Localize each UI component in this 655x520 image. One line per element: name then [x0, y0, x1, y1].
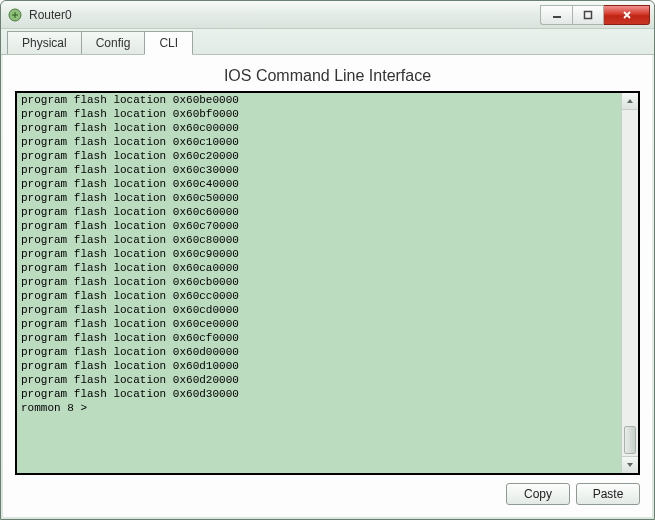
scroll-up-button[interactable]	[622, 93, 638, 110]
terminal-line: program flash location 0x60cd0000	[21, 303, 617, 317]
tab-cli[interactable]: CLI	[144, 31, 193, 55]
terminal-line: program flash location 0x60ce0000	[21, 317, 617, 331]
window-controls	[540, 5, 650, 25]
close-button[interactable]	[604, 5, 650, 25]
terminal-line: program flash location 0x60cc0000	[21, 289, 617, 303]
scroll-down-button[interactable]	[622, 456, 638, 473]
titlebar[interactable]: Router0	[1, 1, 654, 29]
app-window: Router0 Physical Config CLI IOS Command …	[0, 0, 655, 520]
minimize-button[interactable]	[540, 5, 572, 25]
svg-rect-1	[553, 16, 561, 18]
tab-physical[interactable]: Physical	[7, 31, 81, 54]
terminal-line: program flash location 0x60cb0000	[21, 275, 617, 289]
terminal-line: program flash location 0x60c40000	[21, 177, 617, 191]
terminal-line: program flash location 0x60c00000	[21, 121, 617, 135]
maximize-button[interactable]	[572, 5, 604, 25]
terminal-line: program flash location 0x60c60000	[21, 205, 617, 219]
scrollbar-track[interactable]	[622, 110, 638, 456]
terminal-line: program flash location 0x60c20000	[21, 149, 617, 163]
terminal-line: program flash location 0x60ca0000	[21, 261, 617, 275]
panel-title: IOS Command Line Interface	[15, 67, 640, 85]
terminal-line: program flash location 0x60d30000	[21, 387, 617, 401]
terminal-line: rommon 8 >	[21, 401, 617, 415]
button-row: Copy Paste	[15, 475, 640, 505]
terminal-line: program flash location 0x60be0000	[21, 93, 617, 107]
terminal-line: program flash location 0x60c90000	[21, 247, 617, 261]
terminal-line: program flash location 0x60d00000	[21, 345, 617, 359]
terminal-output[interactable]: program flash location 0x60be0000program…	[17, 93, 621, 473]
scrollbar-thumb[interactable]	[624, 426, 636, 454]
tabbar: Physical Config CLI	[1, 29, 654, 55]
terminal-line: program flash location 0x60c10000	[21, 135, 617, 149]
terminal-line: program flash location 0x60c50000	[21, 191, 617, 205]
terminal-line: program flash location 0x60c30000	[21, 163, 617, 177]
window-title: Router0	[29, 8, 72, 22]
paste-button[interactable]: Paste	[576, 483, 640, 505]
scrollbar[interactable]	[621, 93, 638, 473]
terminal-line: program flash location 0x60d20000	[21, 373, 617, 387]
terminal-line: program flash location 0x60c70000	[21, 219, 617, 233]
terminal-container: program flash location 0x60be0000program…	[15, 91, 640, 475]
terminal-line: program flash location 0x60d10000	[21, 359, 617, 373]
terminal-line: program flash location 0x60c80000	[21, 233, 617, 247]
terminal-line: program flash location 0x60bf0000	[21, 107, 617, 121]
cli-panel: IOS Command Line Interface program flash…	[3, 55, 652, 517]
router-icon	[7, 7, 23, 23]
tab-config[interactable]: Config	[81, 31, 145, 54]
copy-button[interactable]: Copy	[506, 483, 570, 505]
svg-rect-2	[585, 11, 592, 18]
terminal-line: program flash location 0x60cf0000	[21, 331, 617, 345]
